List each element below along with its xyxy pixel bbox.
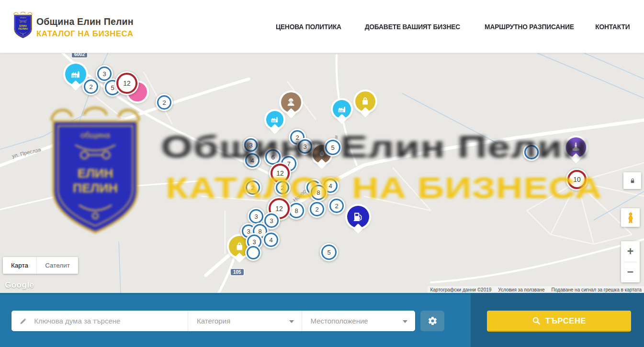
- pegman-button[interactable]: [621, 208, 640, 227]
- advanced-search-button[interactable]: [420, 311, 444, 331]
- gear-icon: [428, 316, 438, 326]
- cluster-count: 8: [258, 228, 261, 235]
- attribution-terms-link[interactable]: Условия за ползване: [498, 287, 544, 292]
- pencil-icon: [19, 316, 27, 325]
- factory-pin[interactable]: [266, 111, 283, 128]
- nav-route-schedule[interactable]: МАРШРУТНО РАЗПИСАНИЕ: [485, 22, 574, 31]
- nav-add-business[interactable]: ДОБАВЕТЕ ВАШИЯТ БИЗНЕС: [365, 22, 460, 31]
- cluster-marker[interactable]: 5: [320, 243, 338, 261]
- municipality-crest-logo: община ЕЛИН ПЕЛИН: [11, 11, 34, 40]
- cluster-count: 2: [251, 184, 254, 191]
- cluster-marker[interactable]: 3: [248, 208, 265, 225]
- chevron-down-icon: [403, 320, 407, 323]
- cluster-count: 5: [327, 249, 330, 256]
- pegman-icon: [625, 212, 636, 224]
- cluster-marker[interactable]: 2: [274, 179, 291, 196]
- cluster-count: 8: [316, 189, 320, 196]
- lock-icon: [628, 177, 637, 185]
- search-fields-group: Категория Местоположение: [11, 311, 415, 331]
- brand: Община Елин Пелин КАТАЛОГ НА БИЗНЕСА: [36, 17, 134, 38]
- cluster-count: 5: [331, 144, 334, 151]
- cluster-marker[interactable]: 2: [82, 78, 100, 95]
- cluster-count: 3: [102, 70, 106, 78]
- fuel-pin[interactable]: [347, 206, 369, 228]
- cluster-count: 3: [254, 213, 258, 220]
- main-nav: ЦЕНОВА ПОЛИТИКА ДОБАВЕТЕ ВАШИЯТ БИЗНЕС М…: [273, 0, 632, 53]
- cluster-count: 4: [328, 182, 332, 190]
- map-type-control: Карта Сателит: [3, 257, 78, 274]
- cluster-count: 6: [271, 154, 274, 161]
- map-canvas[interactable]: 6002105ул. Преславбул. „Новоселци“ции325…: [0, 53, 644, 293]
- bag-pin[interactable]: [355, 91, 375, 112]
- cluster-count: 2: [162, 99, 166, 106]
- crest-text-name2: ПЕЛИН: [18, 27, 28, 30]
- factory-pin[interactable]: [333, 100, 351, 118]
- attribution-copyright: Картографски данни ©2019: [430, 287, 491, 292]
- cluster-marker[interactable]: 8: [309, 183, 328, 201]
- search-bar: Категория Местоположение ТЪРСЕНЕ: [0, 293, 644, 347]
- category-dropdown-label: Категория: [197, 317, 230, 325]
- cluster-count: 2: [281, 184, 284, 191]
- cluster-marker[interactable]: 2: [328, 197, 345, 214]
- worker-icon: [285, 96, 297, 108]
- cluster-marker[interactable]: 5: [324, 138, 342, 157]
- cluster-marker[interactable]: 2: [244, 179, 261, 196]
- factory-pin[interactable]: [65, 64, 86, 85]
- cluster-count: 5: [111, 84, 114, 91]
- cluster-count: 12: [275, 205, 283, 213]
- zoom-in-button[interactable]: +: [621, 241, 640, 262]
- church-icon: [570, 141, 582, 153]
- page: община ЕЛИН ПЕЛИН Община Елин Пелин КАТА…: [0, 0, 644, 347]
- cluster-count: 12: [276, 169, 284, 177]
- cluster-marker[interactable]: [245, 245, 261, 261]
- cluster-marker[interactable]: [523, 144, 540, 161]
- search-button[interactable]: ТЪРСЕНЕ: [487, 311, 631, 332]
- map-type-satellite[interactable]: Сателит: [37, 257, 78, 274]
- worker-pin[interactable]: [281, 92, 301, 112]
- nav-pricing-policy[interactable]: ЦЕНОВА ПОЛИТИКА: [276, 22, 341, 31]
- markers-layer: 3251222346375122274881222333834510: [0, 53, 644, 293]
- cluster-marker[interactable]: 3: [243, 137, 259, 153]
- location-dropdown[interactable]: Местоположение: [302, 311, 416, 331]
- cluster-marker[interactable]: 4: [244, 152, 261, 169]
- cluster-marker[interactable]: 3: [296, 138, 314, 155]
- fuel-icon: [351, 210, 365, 224]
- church-pin[interactable]: [566, 137, 586, 157]
- factory-icon: [69, 68, 82, 80]
- site-title: Община Елин Пелин: [36, 17, 134, 27]
- cluster-marker[interactable]: 2: [308, 201, 326, 218]
- search-button-label: ТЪРСЕНЕ: [545, 316, 586, 325]
- crest-text-name1: ЕЛИН: [19, 24, 27, 27]
- cluster-count: 2: [335, 202, 338, 210]
- cluster-marker[interactable]: 2: [156, 94, 173, 111]
- map-attribution: Картографски данни ©2019 Условия за полз…: [428, 286, 644, 293]
- nav-contacts[interactable]: КОНТАКТИ: [596, 22, 630, 31]
- cluster-count: 3: [249, 142, 252, 149]
- lock-button[interactable]: [623, 172, 641, 189]
- cluster-count: 12: [123, 79, 131, 87]
- cluster-marker[interactable]: 12: [115, 71, 139, 95]
- cluster-count: 10: [573, 176, 581, 183]
- cluster-count: 2: [315, 206, 318, 213]
- cluster-count: 2: [89, 83, 92, 90]
- cluster-marker[interactable]: 4: [262, 231, 280, 248]
- keyword-cell: [11, 311, 188, 331]
- cluster-count: 8: [294, 207, 298, 214]
- zoom-out-button[interactable]: −: [621, 262, 640, 283]
- category-dropdown[interactable]: Категория: [188, 311, 302, 331]
- attribution-report-link[interactable]: Подаване на сигнал за грешка в картата: [552, 287, 642, 292]
- factory-icon: [270, 114, 280, 125]
- location-dropdown-label: Местоположение: [311, 317, 368, 325]
- crest-text-top: община: [20, 17, 26, 19]
- cluster-marker[interactable]: 10: [566, 168, 588, 190]
- site-subtitle: КАТАЛОГ НА БИЗНЕСА: [36, 30, 134, 38]
- search-icon: [532, 316, 541, 325]
- bag-icon: [233, 240, 246, 253]
- chevron-down-icon: [289, 320, 294, 323]
- cluster-count: 4: [269, 236, 272, 244]
- google-logo[interactable]: Google: [5, 280, 34, 290]
- keyword-search-input[interactable]: [33, 316, 181, 325]
- cluster-count: 3: [270, 217, 273, 224]
- bag-icon: [359, 95, 371, 107]
- map-type-map[interactable]: Карта: [3, 257, 36, 274]
